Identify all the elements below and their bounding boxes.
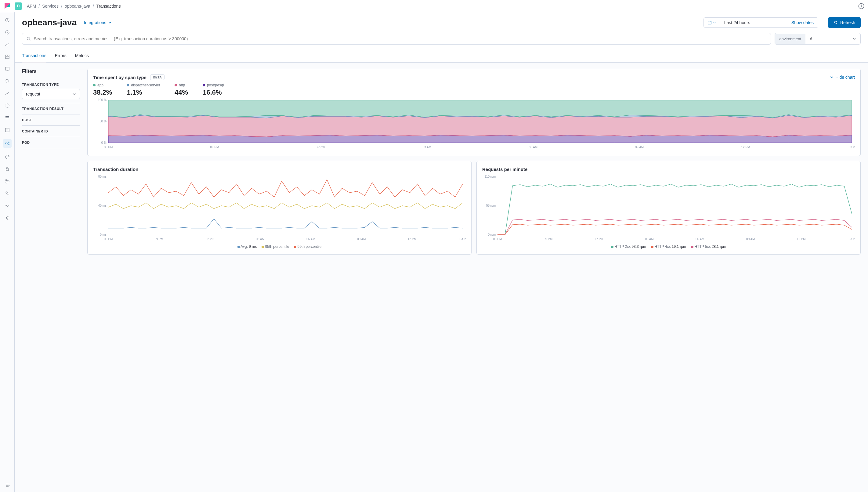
graph-icon[interactable] (4, 178, 10, 184)
svg-text:09 PM: 09 PM (210, 146, 219, 149)
span-legend: app38.2%dispatcher-servlet1.1%http44%pos… (93, 83, 855, 96)
space-badge[interactable]: D (15, 2, 22, 10)
beta-badge: BETA (150, 74, 165, 80)
filter-pod[interactable]: POD (22, 137, 80, 148)
recent-icon[interactable] (4, 17, 10, 23)
transaction-duration-chart: 0 ms40 ms80 ms06 PM09 PMFri 2003 AM06 AM… (93, 175, 466, 242)
panel-title: Transaction duration (93, 167, 466, 172)
svg-rect-9 (5, 118, 9, 118)
filter-label: POD (22, 141, 80, 144)
breadcrumb-services[interactable]: Services (42, 4, 58, 8)
canvas-icon[interactable] (4, 66, 10, 72)
chevron-down-icon (830, 75, 834, 79)
date-range-text[interactable]: Last 24 hours (720, 18, 787, 27)
duration-legend: Avg. 9 ms 95th percentile 99th percentil… (93, 244, 466, 249)
rpm-legend: HTTP 2xx 93.3 rpm HTTP 4xx 19.1 rpm HTTP… (482, 244, 855, 249)
breadcrumb-apm[interactable]: APM (27, 4, 36, 8)
refresh-button[interactable]: Refresh (828, 17, 861, 28)
search-input[interactable] (22, 33, 771, 45)
svg-point-14 (8, 181, 9, 182)
dashboard-icon[interactable] (4, 54, 10, 60)
visualize-icon[interactable] (4, 42, 10, 48)
side-nav (0, 12, 15, 492)
filter-container-id[interactable]: CONTAINER ID (22, 126, 80, 137)
svg-text:55 rpm: 55 rpm (486, 204, 496, 207)
filter-transaction-result[interactable]: TRANSACTION RESULT (22, 103, 80, 115)
top-bar: D APM / Services / opbeans-java / Transa… (0, 0, 868, 12)
integrations-button[interactable]: Integrations (84, 20, 112, 25)
transaction-type-select[interactable]: request (22, 89, 80, 99)
span-type-panel: Time spent by span type BETA Hide chart … (87, 69, 861, 156)
svg-rect-8 (5, 116, 9, 117)
filter-host[interactable]: HOST (22, 115, 80, 126)
hide-chart-button[interactable]: Hide chart (830, 75, 855, 80)
filter-label: HOST (22, 118, 80, 122)
svg-text:Fri 20: Fri 20 (206, 238, 214, 241)
metrics-icon[interactable] (4, 127, 10, 133)
infra-icon[interactable] (4, 102, 10, 109)
svg-point-15 (6, 182, 7, 183)
discover-icon[interactable] (4, 29, 10, 35)
svg-text:0 rpm: 0 rpm (488, 233, 496, 236)
svg-text:03 P: 03 P (460, 238, 466, 241)
ml-icon[interactable] (4, 90, 10, 96)
svg-text:06 AM: 06 AM (529, 146, 538, 149)
svg-text:06 PM: 06 PM (104, 238, 113, 241)
svg-rect-17 (708, 21, 712, 24)
tab-metrics[interactable]: Metrics (75, 49, 89, 62)
filters-sidebar: Filters TRANSACTION TYPE request TRANSAC… (22, 69, 80, 254)
environment-value[interactable]: All (805, 33, 860, 44)
tabs: Transactions Errors Metrics (22, 49, 861, 62)
tab-errors[interactable]: Errors (55, 49, 67, 62)
apm-icon[interactable] (3, 139, 11, 148)
environment-select[interactable]: environment All (775, 33, 861, 45)
rpm-panel: Requests per minute 0 rpm55 rpm110 rpm06… (476, 161, 861, 254)
svg-text:06 PM: 06 PM (493, 238, 502, 241)
chevron-down-icon (108, 21, 112, 24)
uptime-icon[interactable] (4, 154, 10, 160)
svg-text:03 AM: 03 AM (645, 238, 653, 241)
svg-text:12 PM: 12 PM (408, 238, 417, 241)
logs-icon[interactable] (4, 115, 10, 121)
date-picker[interactable]: Last 24 hours Show dates (703, 17, 818, 28)
svg-point-13 (5, 179, 7, 181)
breadcrumb-service-name[interactable]: opbeans-java (65, 4, 90, 8)
search-field[interactable] (34, 36, 767, 41)
rpm-chart: 0 rpm55 rpm110 rpm06 PM09 PMFri 2003 AM0… (482, 175, 855, 242)
svg-point-16 (6, 217, 8, 219)
devtools-icon[interactable] (4, 191, 10, 197)
show-dates-button[interactable]: Show dates (787, 18, 818, 27)
svg-text:0 %: 0 % (101, 141, 106, 144)
collapse-nav-icon[interactable] (4, 482, 10, 488)
svg-text:03 AM: 03 AM (256, 238, 264, 241)
search-icon (27, 36, 31, 41)
svg-text:06 PM: 06 PM (104, 146, 113, 149)
tab-transactions[interactable]: Transactions (22, 49, 46, 62)
page-title: opbeans-java (22, 18, 77, 27)
filter-transaction-type: TRANSACTION TYPE request (22, 79, 80, 103)
svg-text:09 AM: 09 AM (635, 146, 644, 149)
siem-icon[interactable] (4, 166, 10, 172)
monitoring-icon[interactable] (4, 203, 10, 209)
svg-text:09 PM: 09 PM (154, 238, 163, 241)
svg-text:40 ms: 40 ms (98, 204, 106, 207)
chevron-down-icon (713, 21, 716, 24)
main-content: opbeans-java Integrations Last 24 hours … (15, 12, 868, 492)
svg-text:06 AM: 06 AM (306, 238, 315, 241)
svg-point-7 (5, 104, 9, 107)
management-icon[interactable] (4, 215, 10, 221)
svg-text:09 AM: 09 AM (357, 238, 366, 241)
filter-label: TRANSACTION TYPE (22, 83, 80, 87)
filters-title: Filters (22, 69, 80, 74)
news-icon[interactable] (858, 3, 864, 9)
svg-text:03 AM: 03 AM (423, 146, 431, 149)
svg-rect-6 (5, 67, 9, 70)
svg-text:Fri 20: Fri 20 (317, 146, 325, 149)
date-quick-select-button[interactable] (704, 18, 720, 27)
svg-text:Fri 20: Fri 20 (595, 238, 603, 241)
svg-text:50 %: 50 % (99, 120, 106, 123)
panel-title: Time spent by span type (93, 75, 147, 80)
maps-icon[interactable] (4, 78, 10, 84)
svg-text:09 PM: 09 PM (544, 238, 552, 241)
svg-text:100 %: 100 % (98, 98, 106, 102)
